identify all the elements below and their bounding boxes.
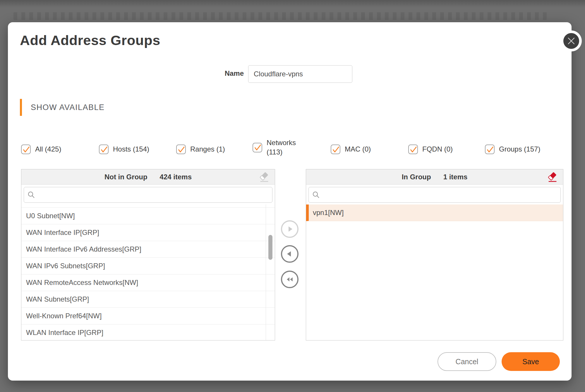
checkbox-groups[interactable] — [485, 145, 495, 154]
list-item[interactable]: Well-Known Pref64[NW] — [21, 308, 275, 324]
list-item[interactable]: WAN RemoteAccess Networks[NW] — [21, 274, 275, 291]
move-left-button[interactable] — [281, 245, 298, 263]
panel-title: Not in Group — [104, 173, 147, 181]
arrow-left-icon — [285, 249, 294, 259]
clear-available-selection-button[interactable] — [258, 170, 271, 184]
filter-label: FQDN (0) — [422, 145, 453, 154]
list-item[interactable]: WAN IPv6 Subnets[GRP] — [21, 258, 275, 274]
checkbox-fqdn[interactable] — [408, 145, 418, 154]
move-all-left-button[interactable] — [281, 271, 298, 288]
in-group-searchbox — [308, 187, 561, 203]
checkbox-all[interactable] — [21, 145, 31, 154]
filter-label: Networks (113) — [267, 138, 304, 157]
search-icon — [28, 191, 35, 199]
screen: { "modal": { "title": "Add Address Group… — [0, 0, 585, 392]
list-item[interactable]: WLAN Interface IP[GRP] — [21, 324, 275, 341]
in-group-list: vpn1[NW] — [306, 204, 563, 340]
eraser-icon-red — [547, 171, 559, 183]
list-item[interactable]: WAN Subnets[GRP] — [21, 291, 275, 308]
checkbox-ranges[interactable] — [176, 145, 186, 154]
panel-title: In Group — [402, 173, 431, 181]
in-group-search-input[interactable] — [323, 191, 557, 199]
in-group-panel: In Group 1 items — [306, 169, 563, 341]
dialog-title: Add Address Groups — [20, 32, 160, 48]
filter-label: All (425) — [35, 145, 61, 154]
scrollbar-thumb[interactable] — [268, 235, 272, 260]
close-icon — [567, 37, 575, 45]
checkbox-mac[interactable] — [331, 145, 340, 154]
double-arrow-left-icon — [285, 275, 294, 284]
save-button[interactable]: Save — [502, 352, 560, 371]
add-address-groups-dialog: Add Address Groups Name SHOW AVAILABLE A… — [8, 22, 572, 381]
in-group-header: In Group 1 items — [306, 169, 563, 185]
not-in-group-searchbox — [24, 187, 272, 203]
show-available-section: SHOW AVAILABLE — [20, 99, 105, 116]
panel-count: 1 items — [443, 173, 468, 181]
checkbox-networks[interactable] — [253, 143, 262, 152]
section-title: SHOW AVAILABLE — [31, 103, 105, 112]
not-in-group-panel: Not in Group 424 items — [21, 169, 275, 341]
filter-mac[interactable]: MAC (0) — [331, 145, 371, 154]
not-in-group-search-input[interactable] — [38, 191, 269, 199]
not-in-group-list: U0 Subnet[NW] WAN Interface IP[GRP] WAN … — [21, 204, 275, 340]
list-item[interactable]: WAN Interface IP[GRP] — [21, 224, 275, 241]
filter-label: Ranges (1) — [190, 145, 225, 154]
filter-label: Groups (157) — [499, 145, 540, 154]
list-item[interactable]: WAN Interface IPv6 Addresses[GRP] — [21, 241, 275, 258]
partial-row — [21, 204, 275, 208]
filter-networks[interactable]: Networks (113) — [253, 138, 304, 157]
filter-groups[interactable]: Groups (157) — [485, 145, 540, 154]
filter-ranges[interactable]: Ranges (1) — [176, 145, 225, 154]
list-item[interactable]: U0 Subnet[NW] — [21, 208, 275, 224]
name-input[interactable] — [248, 65, 352, 83]
search-icon — [312, 191, 320, 199]
eraser-icon — [258, 171, 271, 183]
close-button[interactable] — [563, 33, 579, 49]
filter-fqdn[interactable]: FQDN (0) — [408, 145, 453, 154]
filter-label: Hosts (154) — [113, 145, 149, 154]
background-page-shade — [0, 0, 585, 23]
filter-all[interactable]: All (425) — [21, 145, 61, 154]
list-item-selected[interactable]: vpn1[NW] — [306, 204, 563, 221]
arrow-right-icon — [285, 224, 294, 234]
section-accent-bar — [20, 99, 22, 116]
background-page-texture — [13, 12, 547, 20]
panel-count: 424 items — [160, 173, 192, 181]
checkbox-hosts[interactable] — [99, 145, 109, 154]
filter-hosts[interactable]: Hosts (154) — [99, 145, 149, 154]
not-in-group-header: Not in Group 424 items — [21, 169, 275, 185]
name-field-row: Name — [8, 65, 572, 83]
scrollbar-track-divider — [266, 204, 266, 340]
cancel-button[interactable]: Cancel — [438, 352, 496, 371]
move-right-button[interactable] — [281, 220, 298, 238]
filter-label: MAC (0) — [345, 145, 371, 154]
name-label: Name — [225, 69, 244, 78]
clear-in-group-button[interactable] — [546, 170, 560, 184]
